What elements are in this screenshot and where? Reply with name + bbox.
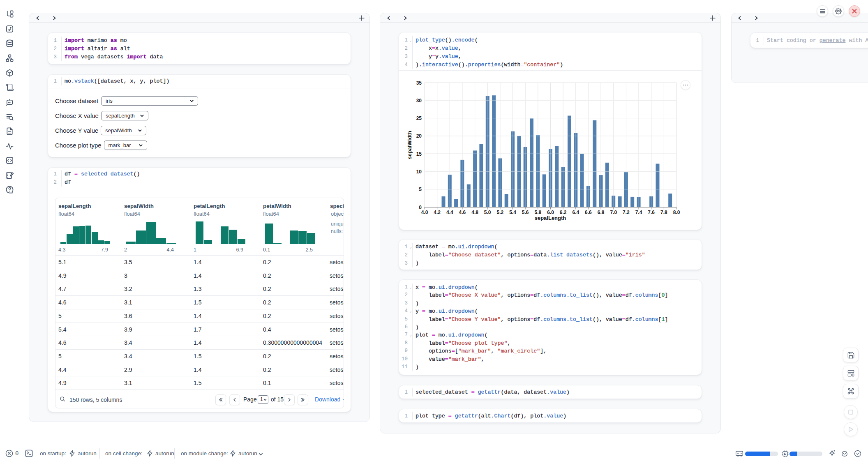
svg-text:6.0: 6.0 xyxy=(547,210,554,215)
svg-text:4.0: 4.0 xyxy=(421,210,428,215)
svg-text:sepalWidth: sepalWidth xyxy=(407,131,413,159)
svg-text:7.2: 7.2 xyxy=(623,210,630,215)
svg-text:6.2: 6.2 xyxy=(560,210,567,215)
svg-text:5: 5 xyxy=(419,187,422,192)
svg-text:5.6: 5.6 xyxy=(522,210,529,215)
svg-text:20: 20 xyxy=(416,133,422,139)
svg-text:4.8: 4.8 xyxy=(471,210,478,215)
svg-text:15: 15 xyxy=(416,151,422,157)
svg-text:7.0: 7.0 xyxy=(610,210,617,215)
svg-text:25: 25 xyxy=(416,115,422,121)
svg-text:5.0: 5.0 xyxy=(484,210,491,215)
svg-text:10: 10 xyxy=(416,169,422,175)
svg-text:0: 0 xyxy=(419,205,422,210)
svg-text:7.4: 7.4 xyxy=(635,210,642,215)
svg-text:6.8: 6.8 xyxy=(598,210,605,215)
svg-text:35: 35 xyxy=(416,80,422,86)
svg-text:4.6: 4.6 xyxy=(459,210,466,215)
svg-text:7.8: 7.8 xyxy=(660,210,667,215)
svg-text:6.6: 6.6 xyxy=(585,210,592,215)
svg-text:8.0: 8.0 xyxy=(673,210,680,215)
svg-text:5.4: 5.4 xyxy=(509,210,516,215)
svg-text:7.6: 7.6 xyxy=(648,210,655,215)
svg-text:4.2: 4.2 xyxy=(434,210,441,215)
svg-text:4.4: 4.4 xyxy=(446,210,453,215)
svg-text:30: 30 xyxy=(416,98,422,104)
svg-text:6.4: 6.4 xyxy=(572,210,579,215)
svg-text:5.2: 5.2 xyxy=(497,210,504,215)
svg-text:5.8: 5.8 xyxy=(534,210,541,215)
svg-text:sepalLength: sepalLength xyxy=(535,215,566,221)
